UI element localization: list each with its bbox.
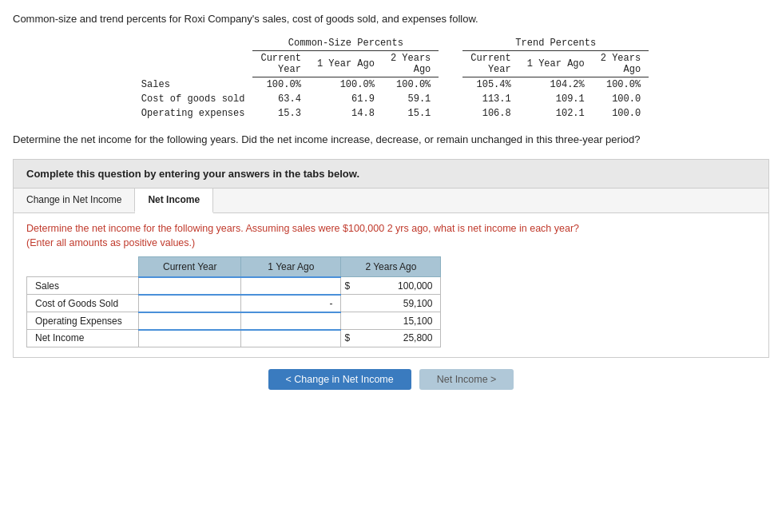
col-header-1yr-cs: 1 Year Ago <box>309 51 383 77</box>
summary-table-wrapper: Common-Size Percents Trend Percents Curr… <box>13 36 769 121</box>
dollar-sign: $ <box>341 330 354 347</box>
input-1yr-ago[interactable] <box>241 312 341 330</box>
input-current-year[interactable] <box>139 295 241 312</box>
dollar-sign <box>341 312 354 330</box>
tab-net-income[interactable]: Net Income <box>135 189 213 213</box>
summary-cell: 106.8 <box>462 106 518 121</box>
tab-change-in-net-income[interactable]: Change in Net Income <box>14 189 135 212</box>
tab-note-text: (Enter all amounts as positive values.) <box>26 237 195 248</box>
input-1yr-ago[interactable]: - <box>241 295 341 312</box>
instruction-text: Complete this question by entering your … <box>26 168 359 180</box>
empty-header <box>27 256 139 277</box>
summary-cell: 63.4 <box>252 92 308 106</box>
row-label: Sales <box>133 77 253 93</box>
input-row-label: Sales <box>27 277 139 295</box>
summary-cell: 15.3 <box>252 106 308 121</box>
input-row-label: Net Income <box>27 330 139 347</box>
input-table: Current Year 1 Year Ago 2 Years Ago Sale… <box>26 256 441 347</box>
nav-buttons: < Change in Net Income Net Income > <box>13 369 769 390</box>
summary-table: Common-Size Percents Trend Percents Curr… <box>133 36 649 121</box>
input-1yr-ago[interactable] <box>241 330 341 347</box>
col-header-2yr-cs: 2 YearsAgo <box>383 51 439 77</box>
summary-cell: 100.0 <box>593 92 649 106</box>
summary-cell: 102.1 <box>519 106 593 121</box>
summary-cell: 100.0 <box>593 106 649 121</box>
tab-content: Determine the net income for the followi… <box>14 213 768 357</box>
summary-row: Cost of goods sold63.461.959.1113.1109.1… <box>133 92 649 106</box>
input-1yr-ago[interactable] <box>241 277 341 295</box>
prev-button[interactable]: < Change in Net Income <box>268 369 411 390</box>
summary-cell: 100.0% <box>383 77 439 93</box>
tab-change-label: Change in Net Income <box>26 194 121 205</box>
input-table-wrapper: Current Year 1 Year Ago 2 Years Ago Sale… <box>26 256 756 347</box>
common-size-header: Common-Size Percents <box>252 36 439 51</box>
input-row: Cost of Goods Sold-59,100 <box>27 295 441 312</box>
input-col-current-year: Current Year <box>139 256 241 277</box>
input-row-label: Cost of Goods Sold <box>27 295 139 312</box>
summary-cell: 100.0% <box>593 77 649 93</box>
summary-row: Sales100.0%100.0%100.0%105.4%104.2%100.0… <box>133 77 649 93</box>
input-row: Net Income$25,800 <box>27 330 441 347</box>
next-button[interactable]: Net Income > <box>419 369 514 390</box>
summary-cell: 15.1 <box>383 106 439 121</box>
summary-cell: 104.2% <box>519 77 593 93</box>
dollar-sign: $ <box>341 277 354 295</box>
input-1yr-ago-field[interactable] <box>252 280 332 292</box>
input-row: Sales$100,000 <box>27 277 441 295</box>
summary-cell: 59.1 <box>383 92 439 106</box>
input-current-year[interactable] <box>139 312 241 330</box>
instruction-box: Complete this question by entering your … <box>13 159 769 189</box>
input-2yr-ago-value: 100,000 <box>354 277 441 295</box>
col-header-1yr-t: 1 Year Ago <box>519 51 593 77</box>
input-1yr-ago-field[interactable] <box>252 316 332 327</box>
input-col-1yr-ago: 1 Year Ago <box>241 256 341 277</box>
input-1yr-ago-field[interactable] <box>252 333 332 344</box>
intro-text: Common-size and trend percents for Roxi … <box>13 13 769 25</box>
input-2yr-ago-value: 59,100 <box>354 295 441 312</box>
input-current-year-field[interactable] <box>153 298 232 309</box>
input-row-label: Operating Expenses <box>27 312 139 330</box>
question-text: Determine the net income for the followi… <box>13 132 769 148</box>
input-current-year[interactable] <box>139 330 241 347</box>
summary-cell: 105.4% <box>462 77 518 93</box>
input-current-year-field[interactable] <box>153 333 232 344</box>
input-2yr-ago-value: 25,800 <box>354 330 441 347</box>
tab-description: Determine the net income for the followi… <box>26 223 756 234</box>
summary-cell: 100.0% <box>309 77 383 93</box>
input-2yr-ago-value: 15,100 <box>354 312 441 330</box>
summary-cell: 113.1 <box>462 92 518 106</box>
tabs-container: Change in Net Income Net Income Determin… <box>13 189 769 358</box>
input-current-year-field[interactable] <box>153 280 232 292</box>
summary-cell: 109.1 <box>519 92 593 106</box>
trend-header: Trend Percents <box>462 36 649 51</box>
input-1yr-ago-field[interactable] <box>249 298 329 309</box>
row-label: Cost of goods sold <box>133 92 253 106</box>
input-current-year-field[interactable] <box>153 316 232 327</box>
row-label: Operating expenses <box>133 106 253 121</box>
tab-net-income-label: Net Income <box>148 194 200 205</box>
col-header-current-year-t: CurrentYear <box>462 51 518 77</box>
summary-cell: 100.0% <box>252 77 308 93</box>
col-header-current-year-cs: CurrentYear <box>252 51 308 77</box>
tab-desc-text: Determine the net income for the followi… <box>26 223 579 234</box>
tab-note: (Enter all amounts as positive values.) <box>26 237 756 248</box>
input-col-2yr-ago: 2 Years Ago <box>341 256 441 277</box>
summary-cell: 14.8 <box>309 106 383 121</box>
dollar-sign <box>341 295 354 312</box>
tabs-header: Change in Net Income Net Income <box>14 189 768 213</box>
input-current-year[interactable] <box>139 277 241 295</box>
summary-row: Operating expenses15.314.815.1106.8102.1… <box>133 106 649 121</box>
input-row: Operating Expenses15,100 <box>27 312 441 330</box>
col-header-2yr-t: 2 YearsAgo <box>593 51 649 77</box>
summary-cell: 61.9 <box>309 92 383 106</box>
